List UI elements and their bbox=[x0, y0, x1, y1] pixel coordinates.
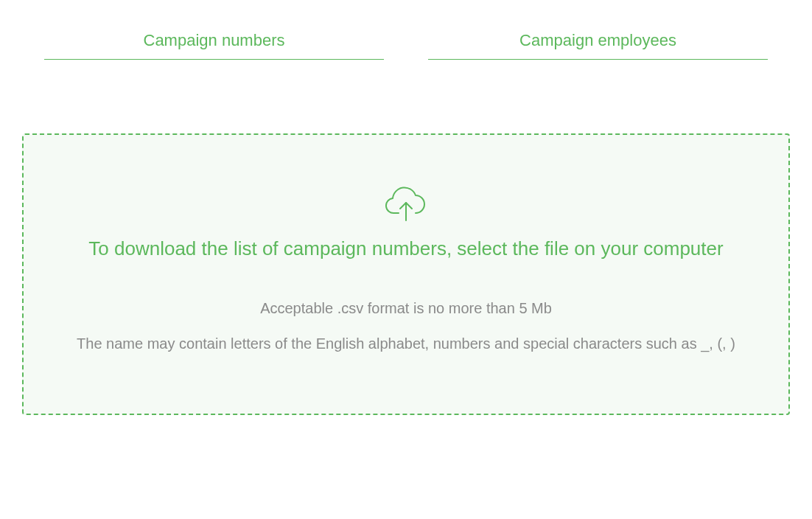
dropzone-name-hint: The name may contain letters of the Engl… bbox=[46, 332, 766, 355]
dropzone-title: To download the list of campaign numbers… bbox=[46, 235, 766, 262]
dropzone-format-hint: Acceptable .csv format is no more than 5… bbox=[46, 297, 766, 319]
tab-campaign-numbers[interactable]: Campaign numbers bbox=[44, 22, 384, 60]
file-dropzone[interactable]: To download the list of campaign numbers… bbox=[22, 133, 790, 415]
tab-campaign-employees[interactable]: Campaign employees bbox=[428, 22, 768, 60]
tabs: Campaign numbers Campaign employees bbox=[22, 22, 790, 60]
cloud-upload-icon bbox=[385, 187, 427, 226]
